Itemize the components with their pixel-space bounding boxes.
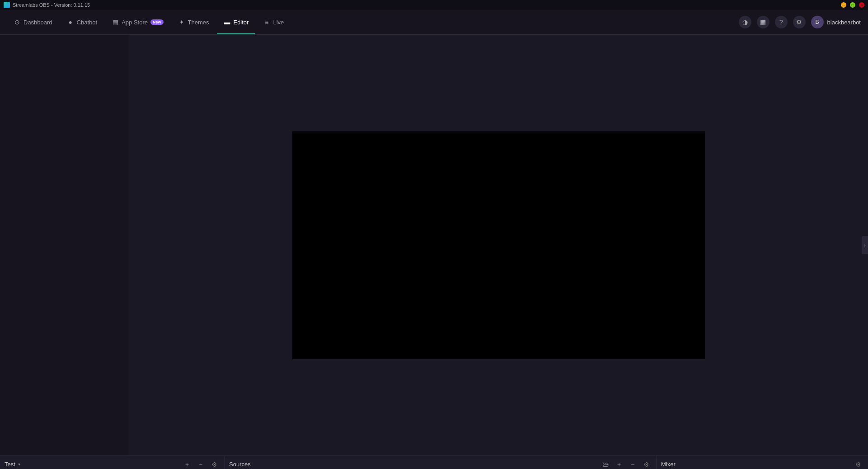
- nav-chatbot-label: Chatbot: [77, 19, 98, 26]
- user-avatar: B: [811, 16, 824, 28]
- nav-left: ⊙ Dashboard ● Chatbot ▦ App Store New ✦ …: [7, 10, 290, 34]
- minimize-button[interactable]: ─: [841, 2, 846, 8]
- scenes-title: Test: [5, 461, 15, 468]
- main-area: ›: [0, 35, 868, 455]
- user-info[interactable]: B blackbearbot: [811, 16, 861, 28]
- left-sidebar: [0, 35, 129, 455]
- live-icon: ≡: [263, 19, 270, 26]
- app-title: Streamlabs OBS - Version: 0.11.15: [13, 2, 90, 8]
- scenes-add-button[interactable]: +: [182, 459, 192, 469]
- nav-chatbot[interactable]: ● Chatbot: [61, 10, 104, 34]
- preview-area[interactable]: ›: [129, 35, 868, 455]
- sources-add-button[interactable]: +: [614, 459, 624, 469]
- settings-button[interactable]: ⚙: [793, 16, 806, 28]
- mixer-title-area: Mixer: [661, 461, 676, 468]
- columns-button[interactable]: ▦: [757, 16, 769, 28]
- scenes-dropdown-icon[interactable]: ▾: [18, 462, 20, 467]
- nav-live-label: Live: [273, 19, 284, 26]
- appstore-icon: ▦: [112, 19, 119, 26]
- title-bar-left: Streamlabs OBS - Version: 0.11.15: [4, 2, 90, 8]
- scenes-remove-button[interactable]: −: [195, 459, 206, 469]
- bottom-section: Test ▾ + − ⚙ Scene Sources 🗁 + − ⚙: [0, 455, 868, 469]
- mixer-settings-button[interactable]: ⚙: [853, 459, 863, 469]
- close-button[interactable]: ✕: [859, 2, 864, 8]
- nav-editor-label: Editor: [233, 19, 249, 26]
- mixer-panel-header: Mixer ⚙: [657, 456, 868, 469]
- sources-panel-actions: 🗁 + − ⚙: [600, 459, 652, 469]
- maximize-button[interactable]: □: [850, 2, 855, 8]
- scenes-panel-actions: + − ⚙: [182, 459, 220, 469]
- preview-canvas: [292, 131, 705, 359]
- mixer-panel-actions: ⚙: [853, 459, 863, 469]
- sources-title-area: Sources: [229, 461, 251, 468]
- scenes-title-area: Test ▾: [5, 461, 20, 468]
- nav-dashboard[interactable]: ⊙ Dashboard: [7, 10, 59, 34]
- sources-folder-button[interactable]: 🗁: [600, 459, 611, 469]
- nav-live[interactable]: ≡ Live: [257, 10, 290, 34]
- sources-remove-button[interactable]: −: [627, 459, 638, 469]
- new-badge: New: [150, 19, 164, 25]
- nav-dashboard-label: Dashboard: [23, 19, 52, 26]
- app-icon: [4, 2, 10, 8]
- nav-themes-label: Themes: [188, 19, 209, 26]
- chatbot-icon: ●: [67, 19, 74, 26]
- theme-toggle-button[interactable]: ◑: [739, 16, 751, 28]
- nav-bar: ⊙ Dashboard ● Chatbot ▦ App Store New ✦ …: [0, 10, 868, 35]
- editor-icon: ▬: [223, 19, 230, 26]
- help-button[interactable]: ?: [775, 16, 788, 28]
- sources-panel: Sources 🗁 + − ⚙: [225, 456, 657, 469]
- title-bar: Streamlabs OBS - Version: 0.11.15 ─ □ ✕: [0, 0, 868, 10]
- mixer-panel: Mixer ⚙ Desktop Audio 0.0 dB: [657, 456, 868, 469]
- scenes-settings-button[interactable]: ⚙: [209, 459, 220, 469]
- right-collapse-button[interactable]: ›: [862, 236, 868, 254]
- nav-appstore-label: App Store: [122, 19, 148, 26]
- nav-editor[interactable]: ▬ Editor: [217, 10, 255, 34]
- nav-themes[interactable]: ✦ Themes: [172, 10, 216, 34]
- mixer-title: Mixer: [661, 461, 676, 468]
- nav-appstore[interactable]: ▦ App Store New: [105, 10, 169, 34]
- title-bar-controls[interactable]: ─ □ ✕: [841, 2, 864, 8]
- username-label: blackbearbot: [827, 19, 861, 26]
- sources-settings-button[interactable]: ⚙: [641, 459, 652, 469]
- sources-title: Sources: [229, 461, 251, 468]
- dashboard-icon: ⊙: [14, 19, 21, 26]
- sources-panel-header: Sources 🗁 + − ⚙: [225, 456, 656, 469]
- scenes-panel: Test ▾ + − ⚙ Scene: [0, 456, 225, 469]
- themes-icon: ✦: [178, 19, 185, 26]
- scenes-panel-header: Test ▾ + − ⚙: [0, 456, 224, 469]
- nav-right: ◑ ▦ ? ⚙ B blackbearbot: [739, 16, 861, 28]
